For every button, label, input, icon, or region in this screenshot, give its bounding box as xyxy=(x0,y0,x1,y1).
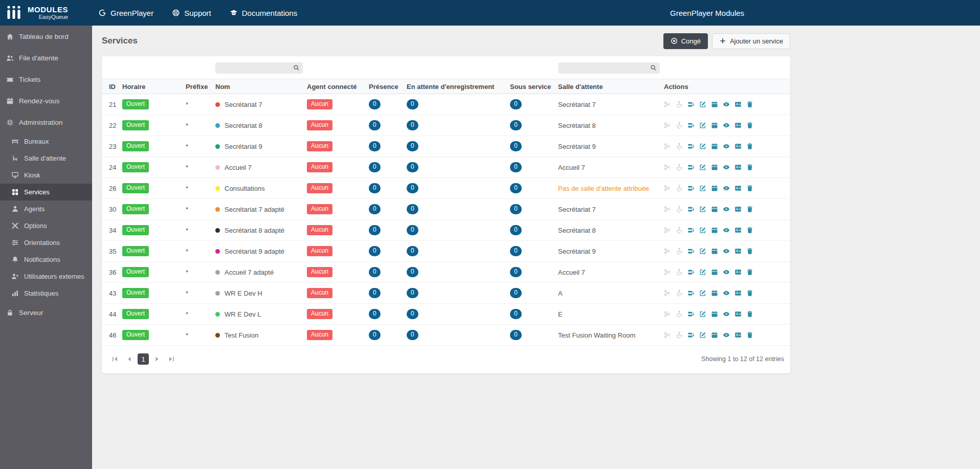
sidebar-item-tickets[interactable]: Tickets xyxy=(0,69,92,90)
manage-queue-icon[interactable] xyxy=(687,122,695,129)
edit-icon[interactable] xyxy=(699,206,706,213)
scissors-icon[interactable] xyxy=(664,310,671,318)
sidebar-item-serveur[interactable]: Serveur xyxy=(0,302,92,323)
sidebar-item-rendez-vous[interactable]: Rendez-vous xyxy=(0,90,92,111)
eye-icon[interactable] xyxy=(723,101,730,108)
nav-documentations[interactable]: Documentations xyxy=(230,9,297,17)
calendar-icon[interactable] xyxy=(711,289,718,297)
trash-icon[interactable] xyxy=(746,101,753,108)
sidebar-item-agents[interactable]: Agents xyxy=(0,200,92,217)
column-header-presence[interactable]: Présence xyxy=(369,83,407,91)
wheelchair-icon[interactable] xyxy=(676,164,683,171)
scissors-icon[interactable] xyxy=(664,227,671,234)
edit-icon[interactable] xyxy=(699,185,706,192)
trash-icon[interactable] xyxy=(746,269,753,276)
wheelchair-icon[interactable] xyxy=(676,206,683,213)
calendar-icon[interactable] xyxy=(711,248,718,255)
trash-icon[interactable] xyxy=(746,206,753,213)
page-number-button[interactable]: 1 xyxy=(138,353,149,365)
edit-icon[interactable] xyxy=(699,227,706,234)
eye-icon[interactable] xyxy=(723,164,730,171)
edit-icon[interactable] xyxy=(699,248,706,255)
wheelchair-icon[interactable] xyxy=(676,289,683,297)
trash-icon[interactable] xyxy=(746,122,753,129)
eye-icon[interactable] xyxy=(723,331,730,339)
wheelchair-icon[interactable] xyxy=(676,269,683,276)
eye-icon[interactable] xyxy=(723,248,730,255)
calendar-icon[interactable] xyxy=(711,269,718,276)
manage-queue-icon[interactable] xyxy=(687,227,695,234)
eye-icon[interactable] xyxy=(723,310,730,318)
wheelchair-icon[interactable] xyxy=(676,185,683,192)
sidebar-item-orientations[interactable]: Orientations xyxy=(0,234,92,251)
eye-icon[interactable] xyxy=(723,227,730,234)
scissors-icon[interactable] xyxy=(664,122,671,129)
manage-queue-icon[interactable] xyxy=(687,164,695,171)
wheelchair-icon[interactable] xyxy=(676,248,683,255)
translate-icon[interactable]: A xyxy=(734,185,742,192)
wheelchair-icon[interactable] xyxy=(676,310,683,318)
wheelchair-icon[interactable] xyxy=(676,331,683,339)
translate-icon[interactable]: A xyxy=(734,206,742,213)
translate-icon[interactable]: A xyxy=(734,101,742,108)
trash-icon[interactable] xyxy=(746,310,753,318)
trash-icon[interactable] xyxy=(746,289,753,297)
calendar-icon[interactable] xyxy=(711,310,718,318)
next-page-button[interactable] xyxy=(151,353,163,365)
translate-icon[interactable]: A xyxy=(734,310,742,318)
manage-queue-icon[interactable] xyxy=(687,101,695,108)
eye-icon[interactable] xyxy=(723,289,730,297)
translate-icon[interactable]: A xyxy=(734,164,742,171)
manage-queue-icon[interactable] xyxy=(687,331,695,339)
trash-icon[interactable] xyxy=(746,248,753,255)
column-header-salle-d-attente[interactable]: Salle d'attente xyxy=(558,83,664,91)
sidebar-item-utilisateurs-externes[interactable]: Utilisateurs externes xyxy=(0,268,92,285)
eye-icon[interactable] xyxy=(723,185,730,192)
edit-icon[interactable] xyxy=(699,310,706,318)
wheelchair-icon[interactable] xyxy=(676,227,683,234)
translate-icon[interactable]: A xyxy=(734,289,742,297)
calendar-icon[interactable] xyxy=(711,143,718,150)
translate-icon[interactable]: A xyxy=(734,248,742,255)
leave-button[interactable]: Congé xyxy=(663,33,708,49)
edit-icon[interactable] xyxy=(699,143,706,150)
scissors-icon[interactable] xyxy=(664,101,671,108)
trash-icon[interactable] xyxy=(746,164,753,171)
manage-queue-icon[interactable] xyxy=(687,248,695,255)
wheelchair-icon[interactable] xyxy=(676,101,683,108)
translate-icon[interactable]: A xyxy=(734,143,742,150)
edit-icon[interactable] xyxy=(699,101,706,108)
scissors-icon[interactable] xyxy=(664,269,671,276)
sidebar-item-notifications[interactable]: Notifications xyxy=(0,251,92,268)
scissors-icon[interactable] xyxy=(664,185,671,192)
calendar-icon[interactable] xyxy=(711,331,718,339)
trash-icon[interactable] xyxy=(746,143,753,150)
scissors-icon[interactable] xyxy=(664,206,671,213)
edit-icon[interactable] xyxy=(699,164,706,171)
sidebar-item-options[interactable]: Options xyxy=(0,217,92,234)
translate-icon[interactable]: A xyxy=(734,227,742,234)
wheelchair-icon[interactable] xyxy=(676,143,683,150)
translate-icon[interactable]: A xyxy=(734,269,742,276)
scissors-icon[interactable] xyxy=(664,248,671,255)
service-name-search-input[interactable] xyxy=(215,62,303,74)
sidebar-item-kiosk[interactable]: Kiosk xyxy=(0,167,92,184)
column-header-sous-service[interactable]: Sous service xyxy=(510,83,558,91)
manage-queue-icon[interactable] xyxy=(687,206,695,213)
waiting-room-search-input[interactable] xyxy=(558,62,660,74)
wheelchair-icon[interactable] xyxy=(676,122,683,129)
sidebar-item-bureaux[interactable]: Bureaux xyxy=(0,133,92,150)
calendar-icon[interactable] xyxy=(711,227,718,234)
manage-queue-icon[interactable] xyxy=(687,143,695,150)
nav-support[interactable]: Support xyxy=(172,9,211,17)
calendar-icon[interactable] xyxy=(711,122,718,129)
sidebar-item-file-d-attente[interactable]: File d'attente xyxy=(0,47,92,69)
edit-icon[interactable] xyxy=(699,122,706,129)
column-header-horaire[interactable]: Horaire xyxy=(122,83,186,91)
prev-page-button[interactable] xyxy=(123,353,136,365)
sidebar-item-services[interactable]: Services xyxy=(0,184,92,200)
add-service-button[interactable]: Ajouter un service xyxy=(712,33,790,49)
eye-icon[interactable] xyxy=(723,122,730,129)
translate-icon[interactable]: A xyxy=(734,122,742,129)
column-header-agent-connecte[interactable]: Agent connecté xyxy=(307,83,369,91)
